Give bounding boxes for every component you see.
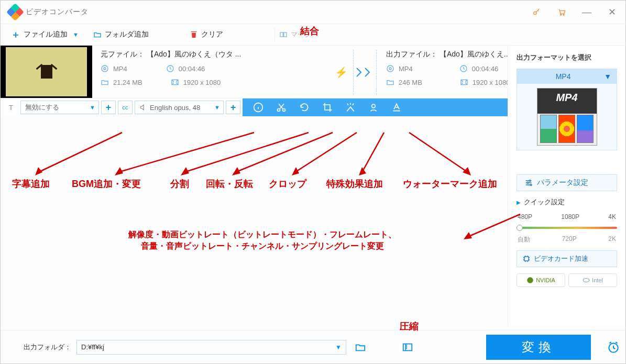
- add-audio-button[interactable]: +: [226, 101, 240, 114]
- schedule-button[interactable]: [601, 340, 625, 354]
- svg-marker-34: [292, 167, 299, 175]
- quality-slider[interactable]: [517, 227, 617, 229]
- svg-point-0: [534, 12, 536, 14]
- annotation-split: 分割: [170, 178, 189, 190]
- subtitle-dropdown[interactable]: 無効にする ▼: [20, 101, 99, 114]
- svg-marker-36: [359, 167, 366, 175]
- resolution-icon: [460, 78, 468, 86]
- chevron-down-icon: ▼: [214, 104, 220, 111]
- text-icon: T: [4, 104, 18, 112]
- chevron-down-icon: ▼: [604, 72, 611, 81]
- svg-point-19: [530, 184, 532, 186]
- speaker-icon: [139, 104, 147, 111]
- bottom-bar: 出力フォルダ： D:¥ff¥kj ▼ 変換: [1, 330, 625, 363]
- svg-marker-40: [464, 232, 472, 239]
- svg-point-17: [529, 180, 531, 182]
- svg-marker-26: [35, 167, 42, 175]
- add-subtitle-button[interactable]: +: [101, 101, 116, 114]
- convert-label: 変換: [522, 339, 555, 356]
- chip-icon: [522, 255, 531, 263]
- annotation-bgm: BGM追加・変更: [72, 178, 141, 190]
- folder-size-icon: [101, 78, 109, 86]
- plus-icon: ＋: [11, 28, 20, 41]
- watermark-icon[interactable]: [368, 102, 379, 113]
- cart-icon[interactable]: [550, 1, 573, 24]
- add-folder-button[interactable]: フォルダ追加: [88, 28, 154, 41]
- rotate-icon[interactable]: [299, 102, 310, 113]
- clear-button[interactable]: クリア: [184, 28, 228, 41]
- source-format: MP4: [113, 65, 127, 73]
- quality-labels-bottom: 自動 720P 2K: [517, 235, 617, 244]
- slider-thumb[interactable]: [517, 225, 523, 231]
- chevron-down-icon: ▼: [90, 104, 95, 111]
- source-duration: 00:04:46: [179, 65, 205, 73]
- svg-line-35: [362, 133, 384, 172]
- output-folder-dropdown[interactable]: D:¥ff¥kj ▼: [76, 340, 346, 355]
- close-button[interactable]: ✕: [600, 2, 623, 23]
- sliders-icon: [524, 179, 533, 187]
- arrow-divider: [353, 50, 376, 95]
- svg-point-1: [561, 14, 562, 15]
- quick-settings-title: クイック設定: [517, 197, 617, 207]
- svg-line-31: [235, 133, 333, 172]
- compress-button[interactable]: [399, 341, 416, 353]
- svg-rect-23: [403, 344, 412, 350]
- toolbar: ＋ ファイル追加 ▼ フォルダ追加 クリア マージ: [1, 24, 625, 46]
- source-size: 21.24 MB: [113, 79, 142, 86]
- svg-rect-3: [280, 32, 283, 37]
- info-icon[interactable]: [253, 102, 263, 113]
- clock-icon: [459, 64, 468, 73]
- intel-badge: Intel: [568, 273, 617, 287]
- clock-icon: [166, 64, 174, 73]
- svg-point-5: [102, 65, 108, 72]
- parameter-settings-button[interactable]: パラメータ設定: [517, 174, 617, 191]
- video-thumbnail[interactable]: [1, 46, 92, 98]
- svg-point-9: [387, 65, 393, 72]
- effects-icon[interactable]: [345, 102, 356, 113]
- output-resolution: 1920 x 1080: [473, 79, 510, 86]
- lightning-icon: ⚡: [335, 66, 348, 79]
- source-resolution: 1920 x 1080: [183, 79, 221, 86]
- cut-icon[interactable]: [276, 102, 287, 113]
- open-folder-button[interactable]: [352, 341, 369, 353]
- disc-icon: [386, 64, 394, 73]
- annotation-subtitle: 字幕追加: [12, 178, 50, 190]
- chevron-down-icon: ▼: [73, 31, 79, 38]
- crop-icon[interactable]: [322, 102, 333, 113]
- svg-line-33: [295, 133, 357, 172]
- subtitle-dropdown-value: 無効にする: [25, 103, 59, 112]
- svg-line-37: [409, 133, 468, 172]
- format-selector[interactable]: MP4 ▼ MP4: [517, 69, 617, 150]
- output-folder-label: 出力フォルダ：: [24, 343, 71, 352]
- trash-icon: [190, 30, 198, 39]
- cc-button[interactable]: cc: [118, 101, 133, 114]
- convert-button[interactable]: 変換: [486, 335, 591, 360]
- annotation-param-desc: 解像度・動画ビットレート（ビットレートモード）・フレームレート、 音量・音声ビッ…: [128, 229, 397, 252]
- license-key-icon[interactable]: [525, 1, 548, 24]
- svg-rect-4: [284, 32, 287, 37]
- output-duration: 00:04:46: [472, 65, 499, 73]
- svg-marker-32: [232, 167, 240, 175]
- svg-marker-28: [115, 167, 123, 175]
- svg-point-22: [583, 279, 589, 282]
- output-sidebar: 出力フォーマットを選択 MP4 ▼ MP4 パラメータ設定 クイック設定 480…: [508, 46, 625, 326]
- format-badge: MP4: [537, 92, 597, 104]
- text-watermark-icon[interactable]: [391, 102, 402, 113]
- disc-icon: [101, 64, 109, 73]
- quality-labels-top: 480P 1080P 4K: [517, 213, 617, 220]
- svg-point-6: [104, 68, 106, 70]
- add-file-button[interactable]: ＋ ファイル追加 ▼: [6, 26, 84, 43]
- merge-label: マージ: [291, 30, 311, 39]
- hardware-accel-row[interactable]: ビデオカード加速: [517, 250, 617, 267]
- resolution-icon: [171, 78, 179, 86]
- audio-dropdown[interactable]: English opus, 48 ▼: [135, 101, 224, 114]
- app-title: ビデオコンバータ: [26, 7, 89, 17]
- output-size: 246 MB: [399, 79, 422, 86]
- add-file-label: ファイル追加: [24, 30, 68, 39]
- svg-line-25: [38, 133, 122, 172]
- audio-dropdown-value: English opus, 48: [150, 104, 200, 112]
- merge-icon: [279, 30, 288, 39]
- annotation-crop: クロップ: [269, 178, 306, 190]
- merge-button[interactable]: マージ: [274, 28, 315, 41]
- minimize-button[interactable]: —: [575, 2, 598, 23]
